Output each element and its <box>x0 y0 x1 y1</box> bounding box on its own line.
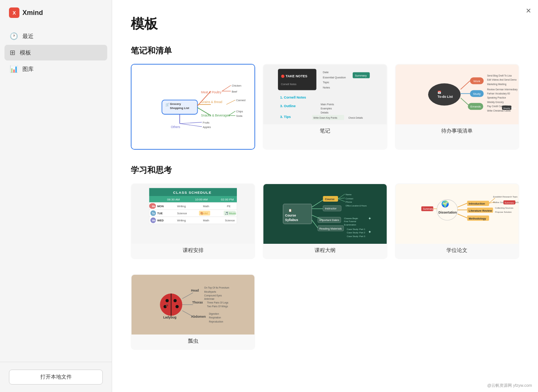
svg-line-122 <box>312 220 318 228</box>
dissertation-label-wrapper: 学位论文 <box>396 244 519 258</box>
svg-text:🐞: 🐞 <box>165 304 169 308</box>
app-logo: X Xmind <box>0 0 112 25</box>
template-card-todo[interactable]: 📅 To-do List Work Send Blog Draft To Lis… <box>395 64 519 150</box>
svg-text:02:00 PM: 02:00 PM <box>221 197 234 201</box>
svg-text:Reading Materials: Reading Materials <box>319 227 342 230</box>
open-local-file-button[interactable]: 打开本地文件 <box>9 370 103 385</box>
sidebar-item-templates[interactable]: ⊞ 模板 <box>4 45 107 60</box>
svg-text:Science: Science <box>225 219 235 222</box>
sidebar-footer: 打开本地文件 <box>0 362 112 392</box>
clock-icon: 🕐 <box>10 32 18 40</box>
svg-text:Notes: Notes <box>323 86 330 89</box>
svg-text:Write Down Key Points: Write Down Key Points <box>313 116 337 119</box>
svg-text:🔴: 🔴 <box>281 74 285 78</box>
svg-text:Mouthparts: Mouthparts <box>204 290 216 293</box>
svg-text:MON: MON <box>157 204 164 208</box>
template-card-notes[interactable]: 🔴 TAKE NOTES Cornell Notes Date Essentia… <box>263 64 387 150</box>
syllabus-label: 课程大纲 <box>315 247 336 253</box>
svg-text:We: We <box>152 219 156 222</box>
svg-text:Cornell Notes: Cornell Notes <box>281 83 297 85</box>
svg-text:Compound Eyes: Compound Eyes <box>204 294 222 297</box>
svg-text:1. Cornell Notes: 1. Cornell Notes <box>280 96 306 99</box>
svg-text:Digestion: Digestion <box>209 312 219 315</box>
svg-line-22 <box>180 122 202 124</box>
svg-text:Weekly To-do: Weekly To-do <box>503 107 516 109</box>
sidebar-item-recent-label: 最近 <box>22 33 34 40</box>
svg-text:Date: Date <box>323 71 329 74</box>
svg-text:Others: Others <box>171 125 180 129</box>
svg-text:PE: PE <box>227 204 231 208</box>
template-card-dissertation[interactable]: 🌍 Dissertation Introduction Establish Re… <box>395 183 519 259</box>
study-template-grid: CLASS SCHEDULE 08:30 AM 10:00 AM 02:00 P… <box>131 183 519 259</box>
page-title: 模板 <box>131 15 519 33</box>
template-card-syllabus[interactable]: 📋 Course Syllabus Course Name Contact Ph… <box>263 183 387 259</box>
svg-text:Summary: Summary <box>423 208 433 211</box>
svg-text:Respiration: Respiration <box>209 316 221 319</box>
close-button[interactable]: ✕ <box>526 7 531 15</box>
svg-text:WED: WED <box>157 219 164 222</box>
svg-text:Science: Science <box>177 212 187 215</box>
svg-text:Methodology: Methodology <box>469 217 486 220</box>
grocery-label-wrapper: 购物清单 <box>132 149 254 150</box>
svg-text:Reproduction: Reproduction <box>209 320 223 323</box>
app-name: Xmind <box>22 9 43 17</box>
todo-label-wrapper: 待办事项清单 <box>396 124 519 139</box>
svg-text:Grains & Bread: Grains & Bread <box>201 100 222 104</box>
notes-svg: 🔴 TAKE NOTES Cornell Notes Date Essentia… <box>263 65 386 124</box>
svg-text:Review German Intermediary: Review German Intermediary <box>487 88 517 91</box>
sidebar-item-gallery[interactable]: 📊 图库 <box>4 61 107 77</box>
notes-label-wrapper: 笔记 <box>263 124 386 139</box>
svg-text:Two Pairs Of Wings: Two Pairs Of Wings <box>207 305 228 308</box>
svg-text:Examination: Examination <box>344 223 356 225</box>
syllabus-preview: 📋 Course Syllabus Course Name Contact Ph… <box>263 184 386 244</box>
svg-point-157 <box>176 305 179 308</box>
svg-text:Edit Videos And Send Demo: Edit Videos And Send Demo <box>487 78 516 81</box>
notes-template-grid: 🛒 Grocery Shopping List Meat & Poultry C… <box>131 64 519 150</box>
ladybug-label: 瓢虫 <box>188 338 198 344</box>
svg-line-12 <box>226 100 235 105</box>
sidebar-item-recent[interactable]: 🕐 最近 <box>4 28 107 44</box>
svg-text:Ladybug: Ladybug <box>163 315 176 319</box>
template-card-schedule[interactable]: CLASS SCHEDULE 08:30 AM 10:00 AM 02:00 P… <box>131 183 255 259</box>
dissertation-preview: 🌍 Dissertation Introduction Establish Re… <box>396 184 519 244</box>
svg-text:Essential Question: Essential Question <box>323 76 346 79</box>
svg-text:Marketing Meeting: Marketing Meeting <box>487 83 506 86</box>
template-card-grocery[interactable]: 🛒 Grocery Shopping List Meat & Poultry C… <box>131 64 255 150</box>
dissertation-svg: 🌍 Dissertation Introduction Establish Re… <box>396 184 519 244</box>
svg-text:Instructor: Instructor <box>325 207 337 210</box>
svg-text:Summary: Summary <box>355 74 367 77</box>
svg-text:Case Study: Part 3: Case Study: Part 3 <box>347 235 365 237</box>
section-title-notes: 笔记和清单 <box>131 45 519 56</box>
svg-text:Writing: Writing <box>177 219 186 222</box>
svg-text:08:30 AM: 08:30 AM <box>167 197 180 201</box>
schedule-svg: CLASS SCHEDULE 08:30 AM 10:00 AM 02:00 P… <box>132 184 254 244</box>
svg-text:Examples: Examples <box>321 107 333 110</box>
svg-text:Contact: Contact <box>346 197 353 199</box>
svg-line-102 <box>312 200 323 207</box>
grocery-preview: 🛒 Grocery Shopping List Meat & Poultry C… <box>132 65 254 149</box>
svg-point-45 <box>428 83 461 105</box>
notes-label: 笔记 <box>320 128 330 134</box>
svg-text:Name: Name <box>346 193 352 195</box>
svg-text:Snacks & Beverages: Snacks & Beverages <box>201 113 230 117</box>
svg-text:🎨 Art: 🎨 Art <box>200 212 208 215</box>
svg-text:Work: Work <box>473 80 481 83</box>
svg-text:Shopping List: Shopping List <box>170 106 189 110</box>
template-card-ladybug[interactable]: 🐞 Ladybug Head On Top Of Its Pronotum Mo… <box>131 274 255 350</box>
svg-text:Case Study: Part 1: Case Study: Part 1 <box>347 228 365 230</box>
svg-text:Course: Course <box>285 214 296 217</box>
svg-text:Chips: Chips <box>236 110 243 113</box>
svg-text:Study: Study <box>473 92 480 96</box>
svg-line-48 <box>460 81 470 89</box>
svg-text:CLASS SCHEDULE: CLASS SCHEDULE <box>173 190 211 194</box>
sidebar-item-templates-label: 模板 <box>20 49 31 56</box>
svg-line-160 <box>182 293 193 299</box>
ladybug-label-wrapper: 瓢虫 <box>132 335 254 349</box>
sidebar: X Xmind 🕐 最近 ⊞ 模板 📊 图库 打开本地文件 <box>0 0 112 392</box>
svg-text:🎵 Music: 🎵 Music <box>225 212 236 215</box>
syllabus-label-wrapper: 课程大纲 <box>263 244 386 258</box>
svg-text:Math: Math <box>203 204 209 208</box>
svg-text:10:00 AM: 10:00 AM <box>195 197 208 201</box>
svg-text:Abdomen: Abdomen <box>191 315 205 318</box>
sidebar-item-gallery-label: 图库 <box>22 66 34 73</box>
